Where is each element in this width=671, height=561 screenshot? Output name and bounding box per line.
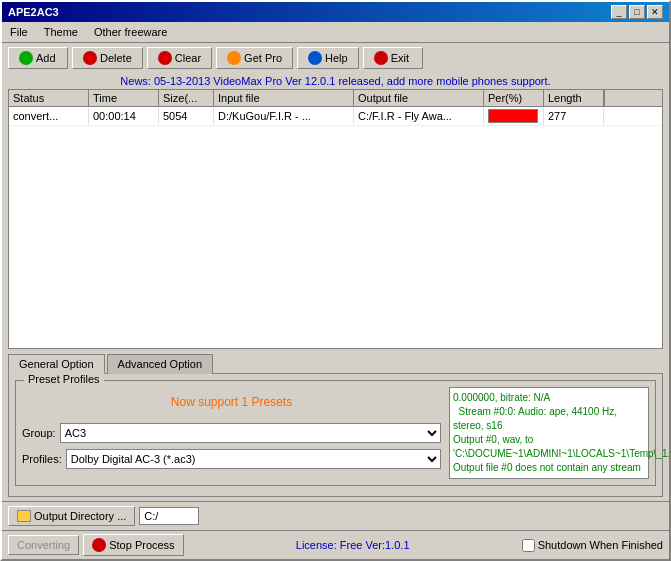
table-header: Status Time Size(... Input file Output f… — [9, 90, 662, 107]
exit-button[interactable]: Exit — [363, 47, 423, 69]
toolbar: Add Delete Clear Get Pro Help Exit — [2, 43, 669, 73]
shutdown-label: Shutdown When Finished — [538, 539, 663, 551]
add-label: Add — [36, 52, 56, 64]
help-button[interactable]: Help — [297, 47, 359, 69]
add-icon — [19, 51, 33, 65]
preset-group-label: Preset Profiles — [24, 373, 104, 385]
group-row: Group: AC3 — [22, 423, 441, 443]
profile-label: Profiles: — [22, 453, 62, 465]
col-header-length[interactable]: Length — [544, 90, 604, 106]
output-directory-button[interactable]: Output Directory ... — [8, 506, 135, 526]
menu-bar: File Theme Other freeware — [2, 22, 669, 43]
scrollbar-top — [604, 90, 620, 106]
table-row[interactable]: convert... 00:00:14 5054 D:/KuGou/F.I.R … — [9, 107, 662, 126]
preset-left: Now support 1 Presets Group: AC3 Profile… — [22, 387, 441, 469]
cell-input: D:/KuGou/F.I.R - ... — [214, 108, 354, 124]
window-title: APE2AC3 — [8, 6, 59, 18]
add-button[interactable]: Add — [8, 47, 68, 69]
converting-label: Converting — [17, 539, 70, 551]
minimize-button[interactable]: _ — [611, 5, 627, 19]
stop-label: Stop Process — [109, 539, 174, 551]
tabs: General Option Advanced Option — [2, 349, 669, 373]
title-bar: APE2AC3 _ □ ✕ — [2, 2, 669, 22]
status-bar: Converting Stop Process License: Free Ve… — [2, 530, 669, 559]
maximize-button[interactable]: □ — [629, 5, 645, 19]
cell-per — [484, 107, 544, 125]
preset-profiles-group: Preset Profiles Now support 1 Presets Gr… — [15, 380, 656, 486]
main-window: APE2AC3 _ □ ✕ File Theme Other freeware … — [0, 0, 671, 561]
title-bar-buttons: _ □ ✕ — [611, 5, 663, 19]
getpro-icon — [227, 51, 241, 65]
exit-label: Exit — [391, 52, 409, 64]
menu-other[interactable]: Other freeware — [90, 24, 171, 40]
profile-select[interactable]: Dolby Digital AC-3 (*.ac3) — [66, 449, 441, 469]
license-text: License: Free Ver:1.0.1 — [188, 539, 518, 551]
shutdown-checkbox[interactable] — [522, 539, 535, 552]
output-dir-value: C:/ — [139, 507, 199, 525]
group-select[interactable]: AC3 — [60, 423, 441, 443]
progress-bar — [488, 109, 538, 123]
shutdown-row: Shutdown When Finished — [522, 539, 663, 552]
getpro-button[interactable]: Get Pro — [216, 47, 293, 69]
menu-file[interactable]: File — [6, 24, 32, 40]
cell-status: convert... — [9, 108, 89, 124]
col-header-status[interactable]: Status — [9, 90, 89, 106]
profile-row: Profiles: Dolby Digital AC-3 (*.ac3) — [22, 449, 441, 469]
help-label: Help — [325, 52, 348, 64]
news-bar: News: 05-13-2013 VideoMax Pro Ver 12.0.1… — [2, 73, 669, 89]
delete-label: Delete — [100, 52, 132, 64]
col-header-per[interactable]: Per(%) — [484, 90, 544, 106]
preset-inner: Now support 1 Presets Group: AC3 Profile… — [22, 387, 649, 479]
output-dir-label: Output Directory ... — [34, 510, 126, 522]
col-header-input[interactable]: Input file — [214, 90, 354, 106]
news-text: News: 05-13-2013 VideoMax Pro Ver 12.0.1… — [120, 75, 550, 87]
exit-icon — [374, 51, 388, 65]
clear-label: Clear — [175, 52, 201, 64]
col-header-time[interactable]: Time — [89, 90, 159, 106]
clear-button[interactable]: Clear — [147, 47, 212, 69]
preset-center-text: Now support 1 Presets — [22, 387, 441, 417]
cell-size: 5054 — [159, 108, 214, 124]
group-label: Group: — [22, 427, 56, 439]
stop-icon — [92, 538, 106, 552]
cell-length: 277 — [544, 108, 604, 124]
cell-output: C:/F.I.R - Fly Awa... — [354, 108, 484, 124]
stop-process-button[interactable]: Stop Process — [83, 534, 183, 556]
output-dir-row: Output Directory ... C:/ — [2, 501, 669, 530]
clear-icon — [158, 51, 172, 65]
getpro-label: Get Pro — [244, 52, 282, 64]
col-header-size[interactable]: Size(... — [159, 90, 214, 106]
tab-general[interactable]: General Option — [8, 354, 105, 374]
table-body: convert... 00:00:14 5054 D:/KuGou/F.I.R … — [9, 107, 662, 348]
col-header-output[interactable]: Output file — [354, 90, 484, 106]
menu-theme[interactable]: Theme — [40, 24, 82, 40]
preset-info: 0.000000, bitrate: N/A Stream #0:0: Audi… — [449, 387, 649, 479]
help-icon — [308, 51, 322, 65]
tab-content: Preset Profiles Now support 1 Presets Gr… — [8, 373, 663, 497]
converting-button[interactable]: Converting — [8, 535, 79, 555]
bottom-panel: General Option Advanced Option Preset Pr… — [2, 349, 669, 559]
delete-icon — [83, 51, 97, 65]
folder-icon — [17, 510, 31, 522]
delete-button[interactable]: Delete — [72, 47, 143, 69]
cell-time: 00:00:14 — [89, 108, 159, 124]
file-table: Status Time Size(... Input file Output f… — [8, 89, 663, 349]
close-button[interactable]: ✕ — [647, 5, 663, 19]
tab-advanced[interactable]: Advanced Option — [107, 354, 213, 374]
